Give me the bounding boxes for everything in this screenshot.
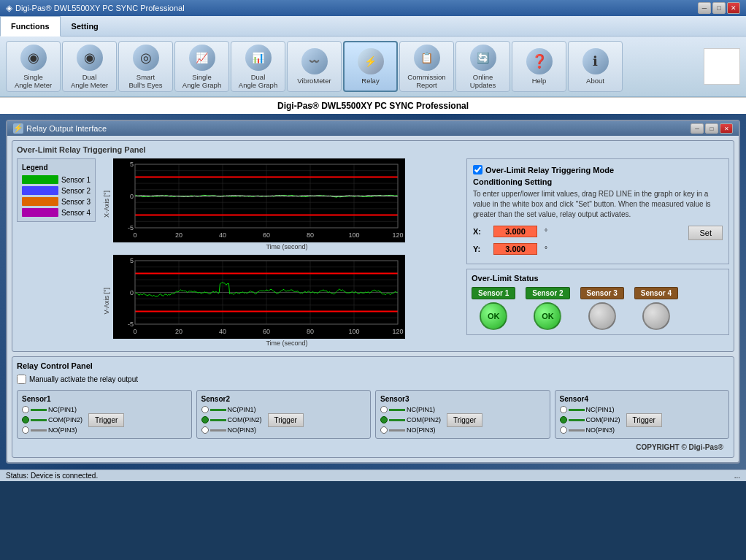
relay-titlebar: ⚡ Relay Output Interface ─ □ ✕ [7,121,739,136]
toolbar-smart-bulls-eyes[interactable]: ◎ SmartBull's Eyes [118,41,173,92]
sensor-2-label: Sensor 2 [526,287,569,299]
sensor1-box: Sensor1 NC(PIN1) [17,390,192,439]
s4-pin1-circle [560,406,567,413]
legend-sensor4: Sensor 4 [22,208,91,217]
toolbar-dual-angle-meter[interactable]: ◉ DualAngle Meter [62,41,117,92]
minimize-button[interactable]: ─ [698,2,711,14]
over-limit-content: Legend Sensor 1 Sensor 2 [17,158,729,347]
sensor1-trigger-btn[interactable]: Trigger [88,413,124,427]
s3-com-label: COM(PIN2) [407,416,441,423]
sensor3-box: Sensor3 NC(PIN1) [375,390,550,439]
app-icon: ◈ [6,3,12,13]
single-angle-meter-icon: ◉ [20,45,47,71]
sensor2-trigger-btn[interactable]: Trigger [268,413,304,427]
legend-sensor2: Sensor 2 [22,186,91,195]
y-axis-chart [113,255,405,339]
toolbar-single-angle-graph[interactable]: 📈 SingleAngle Graph [174,41,229,92]
relay-control-title: Relay Control Panel [17,361,729,370]
s2-nc-label: NC(PIN1) [228,406,256,413]
sensor4-trigger-btn[interactable]: Trigger [626,413,662,427]
relay-minimize-btn[interactable]: ─ [691,123,704,134]
legend-title: Legend [22,164,91,172]
sensor-3-label: Sensor 3 [580,287,624,299]
x-value-row: X: ° [473,226,547,237]
relay-title-left: ⚡ Relay Output Interface [13,123,107,134]
title-bar: ◈ Digi-Pas® DWL5500XY PC SYNC Profession… [0,0,746,16]
x-unit: ° [545,228,547,236]
y-time-label: Time (second) [113,340,461,347]
s1-pin2-line [31,419,47,421]
s3-pin1-circle [380,406,388,413]
s1-pin1-line [31,409,47,411]
x-axis-label: X-Axis [°] [103,191,110,218]
toolbar-commission-report[interactable]: 📋 CommissionReport [399,41,454,92]
toolbar-about[interactable]: ℹ About [568,41,623,92]
s2-com-label: COM(PIN2) [228,416,262,423]
relay-controls: ─ □ ✕ [691,123,733,134]
tab-setting[interactable]: Setting [61,16,109,36]
sensor-3-indicator: Sensor 3 [580,287,624,330]
sensor1-title: Sensor1 [22,395,187,403]
toolbar-help[interactable]: ❓ Help [512,41,566,92]
main-content: ⚡ Relay Output Interface ─ □ ✕ Over-Limi… [0,114,746,469]
legend-color-sensor2 [22,186,58,195]
sensor-4-indicator: Sensor 4 [634,287,678,330]
toolbar-relay[interactable]: ⚡ Relay [343,41,398,92]
s1-no-label: NO(PIN3) [48,426,77,434]
online-updates-icon: 🔄 [470,45,496,71]
s3-pin3-circle [380,426,388,434]
s4-pin1-line [569,409,585,411]
app-title-bar: Digi-Pas® DWL5500XY PC SYNC Professional [15,4,185,12]
sensor-4-light [642,302,670,330]
y-axis-label: V-Axis [°] [103,288,110,315]
relay-window-icon: ⚡ [13,123,23,134]
over-limit-right: Over-Limit Relay Triggering Mode Conditi… [466,158,729,347]
x-axis-chart [113,158,405,242]
relay-close-btn[interactable]: ✕ [720,123,733,134]
relay-window: ⚡ Relay Output Interface ─ □ ✕ Over-Limi… [6,120,740,464]
maximize-button[interactable]: □ [712,2,726,14]
status-dots: ... [734,472,740,480]
conditioning-box: Over-Limit Relay Triggering Mode Conditi… [466,158,729,264]
sensor-1-indicator: Sensor 1 OK [472,287,515,330]
toolbar-vibrometer[interactable]: 〰️ VibroMeter [287,41,342,92]
sensor-4-label: Sensor 4 [634,287,678,299]
legend-box: Legend Sensor 1 Sensor 2 [17,158,96,222]
over-limit-checkbox[interactable] [473,165,482,174]
x-time-label: Time (second) [113,243,461,250]
over-limit-left: Legend Sensor 1 Sensor 2 [17,158,461,347]
copyright: COPYRIGHT © Digi-Pas® [17,442,729,453]
s1-com-label: COM(PIN2) [48,416,82,423]
toolbar-single-angle-meter[interactable]: ◉ SingleAngle Meter [6,41,61,92]
status-bar: Status: Device is connected. ... [0,469,746,481]
vibrometer-icon: 〰️ [301,48,328,74]
legend-sensor1: Sensor 1 [22,175,91,184]
about-icon: ℹ [582,48,609,74]
toolbar: ◉ SingleAngle Meter ◉ DualAngle Meter ◎ … [0,37,746,97]
sensor3-trigger-btn[interactable]: Trigger [447,413,482,427]
relay-window-title: Relay Output Interface [26,124,107,133]
s4-pin2-circle [560,416,567,423]
relay-icon: ⚡ [358,48,384,74]
close-button[interactable]: ✕ [727,2,740,14]
s4-pin3-line [569,429,585,431]
window-controls: ─ □ ✕ [698,2,740,14]
x-value-input[interactable] [493,226,537,237]
over-limit-status-box: Over-Limit Status Sensor 1 OK Sensor 2 O… [466,269,729,335]
tab-functions[interactable]: Functions [0,16,61,37]
legend-color-sensor1 [22,175,58,184]
smart-bulls-eyes-icon: ◎ [133,45,159,71]
s2-no-label: NO(PIN3) [228,426,257,434]
y-value-input[interactable] [493,243,537,255]
relay-maximize-btn[interactable]: □ [705,123,718,134]
s2-pin2-circle [201,416,209,423]
s1-pin2-circle [22,416,29,423]
toolbar-online-updates[interactable]: 🔄 OnlineUpdates [455,41,510,92]
manual-checkbox[interactable] [17,375,26,384]
s2-pin3-circle [201,426,209,434]
toolbar-dual-angle-graph[interactable]: 📊 DualAngle Graph [231,41,285,92]
single-angle-graph-icon: 📈 [189,45,215,71]
set-button[interactable]: Set [688,226,723,240]
legend-label-sensor3: Sensor 3 [61,198,91,206]
legend-color-sensor4 [22,208,58,217]
